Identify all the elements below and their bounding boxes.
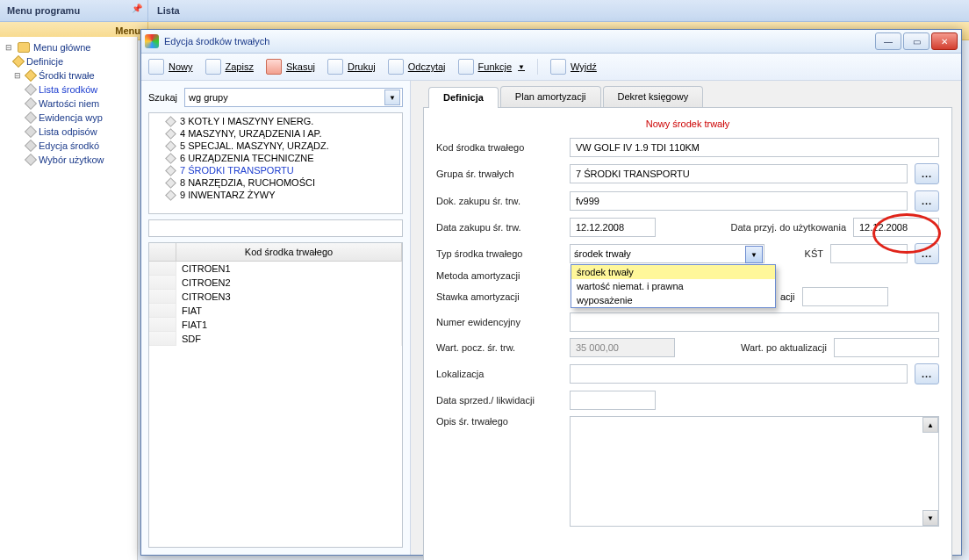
label-data-przyj: Data przyj. do użytkowania xyxy=(731,222,846,233)
table-row[interactable]: CITROEN2 xyxy=(149,276,402,290)
group-list[interactable]: 3 KOTŁY I MASZYNY ENERG.4 MASZYNY, URZĄD… xyxy=(148,112,403,214)
grupa-lookup-button[interactable]: ... xyxy=(915,163,939,184)
toolbar: Nowy Zapisz Skasuj Drukuj Odczytaj Funkc… xyxy=(141,54,961,81)
typ-dropdown[interactable]: środek trwały wartość niemat. i prawna w… xyxy=(571,264,776,308)
tree-item-wybor-uzytkow[interactable]: Wybór użytkow xyxy=(2,153,135,167)
typ-option[interactable]: środek trwały xyxy=(571,265,775,279)
skasuj-button[interactable]: Skasuj xyxy=(266,59,315,75)
table-row[interactable]: FIAT xyxy=(149,304,402,318)
quick-filter-input[interactable] xyxy=(148,219,403,237)
kod-column-header[interactable]: Kod środka trwałego xyxy=(176,243,402,261)
funkcje-button[interactable]: Funkcje ▼ xyxy=(458,59,525,75)
typ-combo[interactable]: środek trwały ▼ środek trwały wartość ni… xyxy=(570,244,764,263)
collapse-icon[interactable]: ⊟ xyxy=(14,71,23,80)
data-sprzed-input[interactable] xyxy=(570,391,656,410)
table-row[interactable]: CITROEN1 xyxy=(149,262,402,276)
typ-option[interactable]: wyposażenie xyxy=(571,293,775,307)
pin-icon[interactable]: 📌 xyxy=(132,4,142,13)
data-przyj-input[interactable] xyxy=(853,218,939,237)
tree-item-lista-odpisow[interactable]: Lista odpisów xyxy=(2,125,135,139)
titlebar[interactable]: Edycja środków trwałych — ▭ ✕ xyxy=(141,30,961,54)
row-selector[interactable] xyxy=(149,304,176,318)
form-title: Nowy środek trwały xyxy=(436,118,939,129)
minimize-button[interactable]: — xyxy=(875,32,901,50)
row-selector[interactable] xyxy=(149,276,176,290)
tab-definicja[interactable]: Definicja xyxy=(428,87,499,108)
tree-root[interactable]: ⊟ Menu główne xyxy=(2,40,135,54)
tree-item-lista-srodkow[interactable]: Lista środków xyxy=(2,83,135,97)
print-icon xyxy=(327,59,343,75)
tree-srodki[interactable]: ⊟ Środki trwałe xyxy=(2,68,135,83)
list-tab[interactable]: Lista xyxy=(148,0,189,21)
row-selector-header xyxy=(149,243,176,261)
kod-input[interactable] xyxy=(570,138,939,157)
label-metoda: Metoda amortyzacji xyxy=(436,270,563,281)
diamond-icon xyxy=(25,140,37,152)
search-mode-combo[interactable]: wg grupy ▼ xyxy=(184,88,403,107)
scroll-up-icon[interactable]: ▲ xyxy=(922,417,938,433)
nav-tree: ⊟ Menu główne Definicje ⊟ Środki trwałe … xyxy=(0,37,138,560)
maximize-button[interactable]: ▭ xyxy=(903,32,930,50)
diamond-icon xyxy=(165,140,176,152)
diamond-icon xyxy=(165,116,176,127)
dok-input[interactable] xyxy=(570,191,908,211)
lokalizacja-input[interactable] xyxy=(570,364,908,384)
kst-input[interactable] xyxy=(830,244,908,263)
group-item[interactable]: 4 MASZYNY, URZĄDZENIA I AP. xyxy=(151,127,400,140)
label-grupa: Grupa śr. trwałych xyxy=(436,169,563,179)
separator xyxy=(537,59,538,75)
grupa-input[interactable] xyxy=(570,164,908,183)
opis-textarea[interactable]: ▲ ▼ xyxy=(570,416,939,527)
typ-option[interactable]: wartość niemat. i prawna xyxy=(571,279,775,293)
tree-definicje[interactable]: Definicje xyxy=(2,54,135,68)
table-row[interactable]: FIAT1 xyxy=(149,318,402,332)
tab-plan-amortyzacji[interactable]: Plan amortyzacji xyxy=(500,86,601,107)
tab-dekret-ksiegowy[interactable]: Dekret księgowy xyxy=(603,86,704,107)
acji-input[interactable] xyxy=(802,287,888,306)
numer-input[interactable] xyxy=(570,312,939,332)
group-item[interactable]: 6 URZĄDZENIA TECHNICZNE xyxy=(151,152,400,164)
wyjdz-button[interactable]: Wyjdź xyxy=(550,59,597,75)
label-wart-pocz: Wart. pocz. śr. trw. xyxy=(436,342,563,353)
label-numer: Numer ewidencyjny xyxy=(436,317,563,327)
diamond-icon xyxy=(25,154,37,166)
dialog-title: Edycja środków trwałych xyxy=(164,36,269,47)
close-button[interactable]: ✕ xyxy=(931,32,958,50)
lokalizacja-lookup-button[interactable]: ... xyxy=(915,363,939,384)
row-selector[interactable] xyxy=(149,318,176,332)
row-selector[interactable] xyxy=(149,290,176,304)
wart-po-input[interactable] xyxy=(834,338,939,357)
table-row[interactable]: SDF xyxy=(149,332,402,346)
chevron-down-icon[interactable]: ▼ xyxy=(384,90,400,105)
group-item[interactable]: 3 KOTŁY I MASZYNY ENERG. xyxy=(151,115,400,127)
zapisz-button[interactable]: Zapisz xyxy=(205,59,254,75)
group-item[interactable]: 9 INWENTARZ ŻYWY xyxy=(151,189,400,201)
odczytaj-button[interactable]: Odczytaj xyxy=(388,59,446,75)
label-wart-po: Wart. po aktualizacji xyxy=(741,342,827,353)
data-zakupu-input[interactable] xyxy=(570,218,656,237)
collapse-icon[interactable]: ⊟ xyxy=(5,43,14,52)
label-dok: Dok. zakupu śr. trw. xyxy=(436,196,563,206)
chevron-down-icon[interactable]: ▼ xyxy=(745,246,763,263)
wart-pocz-input[interactable] xyxy=(570,338,675,357)
tree-item-ewidencja-wyp[interactable]: Ewidencja wyp xyxy=(2,111,135,125)
table-row[interactable]: CITROEN3 xyxy=(149,290,402,304)
group-item[interactable]: 8 NARZĘDZIA, RUCHOMOŚCI xyxy=(151,176,400,189)
scroll-down-icon[interactable]: ▼ xyxy=(922,510,938,526)
label-lokalizacja: Lokalizacja xyxy=(436,369,563,379)
row-selector[interactable] xyxy=(149,332,176,346)
dok-lookup-button[interactable]: ... xyxy=(915,190,939,212)
label-data-zakupu: Data zakupu śr. trw. xyxy=(436,222,563,233)
folder-icon xyxy=(18,42,30,53)
right-pane: Definicja Plan amortyzacji Dekret księgo… xyxy=(411,81,961,555)
tree-item-wartosci-niem[interactable]: Wartości niem xyxy=(2,97,135,111)
kst-lookup-button[interactable]: ... xyxy=(915,243,939,264)
partial-label-acji: acji xyxy=(780,291,795,302)
nowy-button[interactable]: Nowy xyxy=(148,59,193,75)
tree-item-edycja-srodkow[interactable]: Edycja środkó xyxy=(2,139,135,153)
group-item[interactable]: 5 SPECJAL. MASZYNY, URZĄDZ. xyxy=(151,140,400,152)
save-icon xyxy=(205,59,221,75)
group-item[interactable]: 7 ŚRODKI TRANSPORTU xyxy=(151,164,400,176)
drukuj-button[interactable]: Drukuj xyxy=(327,59,376,75)
row-selector[interactable] xyxy=(149,262,176,276)
